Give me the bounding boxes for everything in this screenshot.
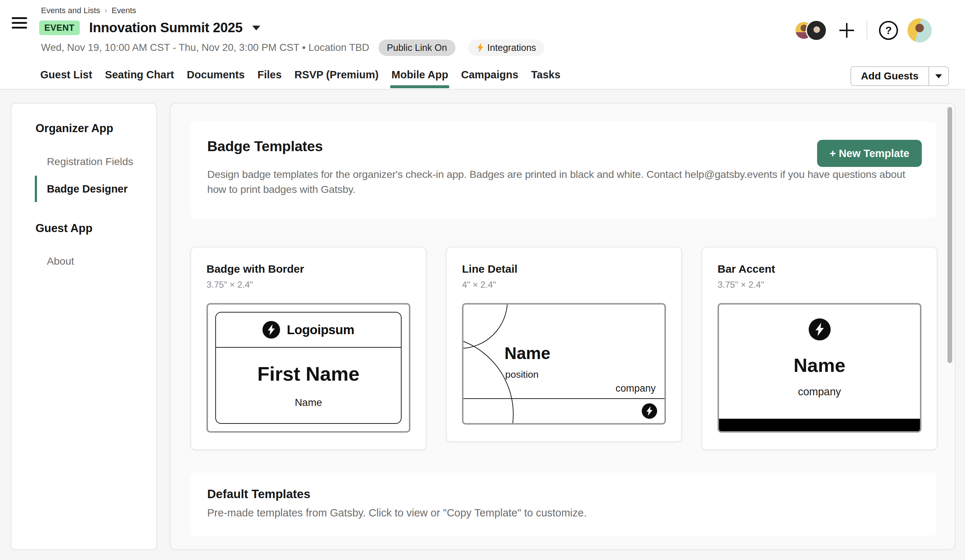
badge-company: company — [615, 383, 656, 394]
default-templates-title: Default Templates — [207, 487, 919, 501]
badge-name-section: First Name Name — [216, 348, 401, 423]
tab-guest-list[interactable]: Guest List — [39, 69, 93, 89]
decorative-arcs — [463, 305, 664, 423]
active-indicator — [35, 176, 37, 202]
breadcrumb-item-events-and-lists[interactable]: Events and Lists — [41, 6, 100, 15]
badge-divider-line — [463, 398, 664, 399]
integrations-pill-label: Integrations — [487, 42, 536, 53]
lightning-icon — [477, 43, 484, 52]
event-meta-row: Wed, Nov 19, 10:00 AM CST - Thu, Nov 20,… — [41, 39, 545, 56]
logo-text: Logoipsum — [287, 322, 354, 337]
badge-preview: Logoipsum First Name Name — [206, 303, 411, 433]
logoipsum-logo — [809, 318, 831, 340]
sidebar-item-registration-fields[interactable]: Registration Fields — [11, 154, 156, 169]
lightning-logo-icon — [815, 323, 824, 336]
breadcrumb: Events and Lists › Events — [41, 6, 136, 15]
menu-icon[interactable] — [12, 17, 27, 30]
template-size: 4" × 2.4" — [462, 280, 666, 290]
badge-templates-header-card: Badge Templates + New Template Design ba… — [190, 121, 936, 218]
tab-campaigns[interactable]: Campaigns — [460, 69, 519, 89]
logoipsum-logo — [642, 403, 657, 419]
integrations-pill[interactable]: Integrations — [468, 39, 545, 56]
scrollbar-thumb[interactable] — [947, 107, 952, 363]
badge-preview: Name position company — [462, 303, 666, 424]
badge-position: position — [505, 369, 538, 380]
badge-preview: Name company — [718, 303, 921, 433]
user-avatar[interactable] — [908, 18, 932, 42]
badge-first-name: First Name — [257, 362, 360, 385]
topbar-icons: ? — [795, 18, 932, 43]
badge-name: Name — [295, 397, 322, 408]
add-guests-label[interactable]: Add Guests — [851, 67, 928, 85]
chevron-down-icon — [936, 74, 942, 78]
template-card-bar-accent[interactable]: Bar Accent 3.75" × 2.4" Name company — [702, 247, 937, 450]
sidebar-heading-guest-app: Guest App — [36, 221, 156, 236]
lightning-logo-icon — [646, 406, 653, 416]
template-name: Line Detail — [462, 263, 666, 275]
tab-mobile-app[interactable]: Mobile App — [390, 69, 449, 89]
event-title-row: EVENT Innovation Summit 2025 — [39, 18, 260, 38]
new-template-button[interactable]: + New Template — [817, 140, 922, 167]
template-name: Bar Accent — [718, 263, 921, 275]
topbar-divider — [867, 21, 867, 40]
tab-tasks[interactable]: Tasks — [530, 69, 561, 89]
badge-designer-page: Events and Lists › Events EVENT Innovati… — [0, 0, 965, 560]
event-title: Innovation Summit 2025 — [89, 20, 243, 36]
mobile-app-sidebar: Organizer App Registration Fields Badge … — [11, 103, 157, 550]
lightning-logo-icon — [267, 324, 275, 335]
badge-designer-panel: Badge Templates + New Template Design ba… — [170, 103, 955, 550]
event-tabs: Guest List Seating Chart Documents Files… — [39, 69, 561, 89]
add-guests-button[interactable]: Add Guests — [851, 66, 949, 86]
badge-templates-description: Design badge templates for the organizer… — [207, 167, 914, 197]
topbar: Events and Lists › Events EVENT Innovati… — [0, 0, 965, 90]
event-switcher-caret-icon[interactable] — [252, 26, 260, 30]
add-guests-dropdown[interactable] — [929, 67, 948, 85]
default-templates-card: Default Templates Pre-made templates fro… — [190, 472, 936, 536]
tab-documents[interactable]: Documents — [186, 69, 245, 89]
add-collaborator-icon[interactable] — [839, 23, 854, 38]
breadcrumb-item-events[interactable]: Events — [112, 6, 136, 15]
sidebar-item-badge-designer[interactable]: Badge Designer — [11, 181, 156, 196]
badge-company: company — [798, 386, 841, 398]
sidebar-item-label: Badge Designer — [47, 183, 128, 195]
event-dates: Wed, Nov 19, 10:00 AM CST - Thu, Nov 20,… — [41, 42, 370, 54]
default-templates-description: Pre-made templates from Gatsby. Click to… — [207, 507, 919, 519]
tab-files[interactable]: Files — [256, 69, 283, 89]
badge-name: Name — [794, 354, 846, 376]
badge-content: Name company — [719, 305, 920, 431]
template-card-line-detail[interactable]: Line Detail 4" × 2.4" Name position comp… — [446, 247, 682, 442]
public-link-pill[interactable]: Public Link On — [378, 39, 455, 56]
page-title: Badge Templates — [207, 138, 919, 155]
tab-seating-chart[interactable]: Seating Chart — [104, 69, 175, 89]
template-name: Badge with Border — [206, 263, 411, 275]
badge-inner-border: Logoipsum First Name Name — [215, 312, 402, 424]
event-type-badge: EVENT — [39, 21, 80, 35]
badge-logo-section: Logoipsum — [216, 313, 401, 348]
collaborator-avatar[interactable] — [806, 20, 827, 41]
template-size: 3.75" × 2.4" — [206, 280, 411, 290]
help-icon[interactable]: ? — [879, 21, 898, 40]
badge-name: Name — [504, 343, 550, 363]
accent-bar — [719, 419, 920, 431]
sidebar-heading-organizer-app: Organizer App — [36, 104, 156, 136]
logoipsum-logo — [262, 321, 280, 338]
sidebar-item-about[interactable]: About — [11, 254, 156, 268]
template-card-badge-with-border[interactable]: Badge with Border 3.75" × 2.4" Logoipsum — [190, 247, 427, 450]
template-size: 3.75" × 2.4" — [718, 280, 921, 290]
template-cards-row: Badge with Border 3.75" × 2.4" Logoipsum — [190, 247, 937, 450]
breadcrumb-separator: › — [104, 6, 107, 15]
tab-rsvp-premium[interactable]: RSVP (Premium) — [293, 69, 379, 89]
